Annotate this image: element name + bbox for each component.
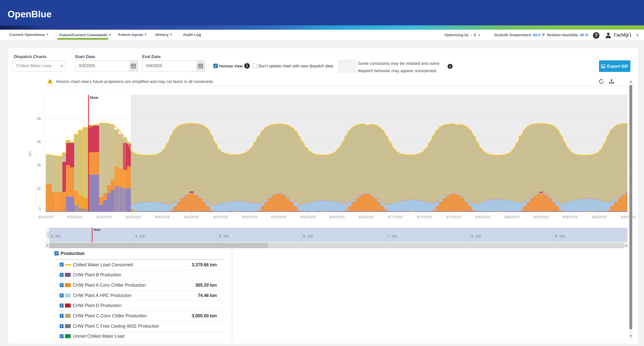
svg-text:6/7/2025: 6/7/2025: [388, 215, 403, 219]
svg-text:6/8/2025: 6/8/2025: [475, 215, 490, 219]
svg-text:2k: 2k: [37, 163, 41, 167]
svg-text:6/9/2025: 6/9/2025: [562, 215, 578, 219]
svg-text:6/8/2025: 6/8/2025: [504, 215, 519, 219]
svg-text:3k: 3k: [37, 139, 41, 144]
svg-text:6/4/2025: 6/4/2025: [155, 215, 170, 219]
svg-text:ton: ton: [28, 151, 32, 157]
svg-text:6/4/2025: 6/4/2025: [126, 215, 141, 219]
svg-text:6/8/2025: 6/8/2025: [533, 215, 548, 219]
svg-text:6/6/2025: 6/6/2025: [359, 215, 374, 219]
svg-text:6/3/2025: 6/3/2025: [67, 215, 83, 219]
svg-text:1k: 1k: [37, 186, 41, 191]
svg-text:6/5/2025: 6/5/2025: [242, 215, 257, 219]
svg-text:Now: Now: [90, 95, 99, 100]
svg-text:6/5/2025: 6/5/2025: [213, 215, 228, 219]
svg-text:6/7/2025: 6/7/2025: [417, 215, 432, 219]
svg-text:6/6/2025: 6/6/2025: [330, 215, 345, 219]
svg-text:6/5/2025: 6/5/2025: [271, 215, 286, 219]
svg-text:6/3/2025: 6/3/2025: [96, 215, 111, 219]
svg-text:6/4/2025: 6/4/2025: [184, 215, 199, 219]
svg-text:6/7/2025: 6/7/2025: [446, 215, 461, 219]
svg-text:6/9/2025: 6/9/2025: [592, 215, 607, 219]
svg-text:0: 0: [39, 206, 41, 211]
svg-text:6/6/2025: 6/6/2025: [300, 215, 315, 219]
svg-text:6/3/2025: 6/3/2025: [38, 215, 53, 219]
svg-text:6/9/2025: 6/9/2025: [621, 215, 636, 219]
svg-text:4k: 4k: [37, 116, 41, 121]
